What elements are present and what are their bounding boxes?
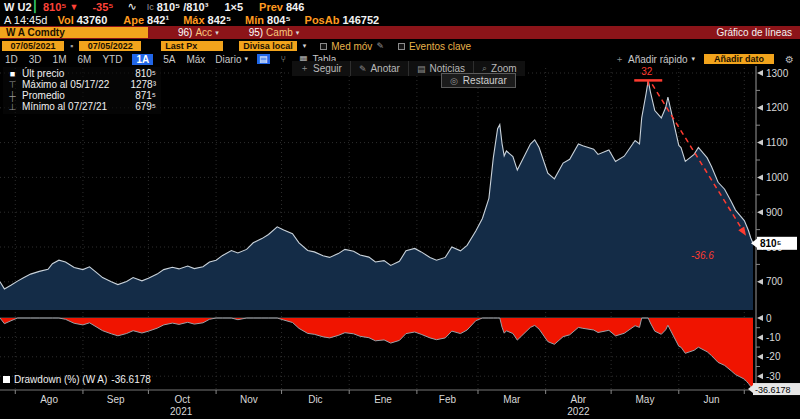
svg-text:-20: -20 — [766, 351, 781, 362]
down-arrow-icon: ▼ — [70, 2, 79, 12]
settings-gear-icon[interactable]: ⚙ — [785, 54, 794, 65]
bloomberg-terminal-screen: W U2 ▏ 810⁵ ▼ -35⁵ ∿ Ic 810⁵ /810³ 1×5 P… — [0, 0, 800, 419]
moving-average-label: Med móv — [331, 41, 372, 52]
period-button-5a[interactable]: 5A — [162, 54, 176, 65]
svg-text:-36.6178: -36.6178 — [755, 385, 791, 395]
chevron-down-icon[interactable]: ▾ — [303, 42, 307, 50]
period-button-max[interactable]: Máx — [185, 54, 206, 65]
drawdown-legend[interactable]: Drawdown (%) (W A) -36.6178 — [3, 374, 151, 385]
quote-condition-code: Ic — [147, 2, 154, 12]
frequency-label: Diario — [215, 54, 241, 65]
date-to-input[interactable]: 07/05/2022 — [79, 41, 141, 51]
svg-text:-30: -30 — [766, 371, 781, 382]
svg-text:Abr: Abr — [571, 394, 587, 405]
menu-bar: W A Comdty 96) Acc ▾ 95) Camb ▾ Gráfico … — [0, 26, 800, 39]
svg-text:May: May — [636, 394, 655, 405]
svg-text:1200: 1200 — [766, 102, 789, 113]
restore-label: Restaurar — [463, 75, 507, 86]
time-axis: AgoSepOctNovDicEneFebMarAbrMayJun2021202… — [0, 390, 800, 417]
svg-text:-10: -10 — [766, 332, 781, 343]
svg-text:Ago: Ago — [40, 394, 58, 405]
last-price: 810⁵ — [43, 1, 67, 13]
menu-item-number: 95) — [249, 27, 263, 38]
lot-size: 1×5 — [224, 1, 243, 13]
drawdown-value: -36.6178 — [111, 374, 150, 385]
legend-label: Mínimo al 07/27/21 — [22, 101, 107, 112]
restore-button[interactable]: ◎ Restaurar — [441, 73, 516, 88]
period-button-ytd[interactable]: YTD — [101, 54, 123, 65]
menu-item-label: Acc — [195, 27, 212, 38]
svg-text:Jun: Jun — [703, 394, 719, 405]
svg-text:Sep: Sep — [107, 394, 125, 405]
price-type-select[interactable]: Last Px — [161, 41, 223, 51]
svg-text:2022: 2022 — [567, 406, 590, 417]
open-value: 842¹ — [147, 14, 169, 26]
legend-item-min[interactable]: ⊥ Mínimo al 07/27/21 679⁵ — [7, 101, 156, 112]
series-marker-icon — [3, 376, 10, 383]
svg-text:810⁵: 810⁵ — [760, 238, 782, 249]
tick-indicator-icon: ▏ — [35, 0, 43, 13]
svg-text:Mar: Mar — [503, 394, 521, 405]
checkbox-icon — [398, 43, 405, 50]
high-value: 842⁵ — [208, 14, 232, 26]
prev-value: 846 — [286, 1, 304, 13]
low-value: 804⁵ — [267, 14, 291, 26]
chart-type-icon[interactable]: ▤ — [257, 54, 270, 64]
bid-ask: 810⁵ /810³ — [157, 1, 209, 13]
quote-line-1: W U2 ▏ 810⁵ ▼ -35⁵ ∿ Ic 810⁵ /810³ 1×5 P… — [4, 0, 800, 13]
key-events-label: Eventos clave — [409, 41, 471, 52]
svg-text:900: 900 — [766, 207, 783, 218]
date-from-input[interactable]: 07/05/2021 — [2, 41, 64, 51]
drawdown-label: Drawdown (%) (W A) — [14, 374, 107, 385]
high-label: Máx — [183, 14, 204, 26]
period-button-3d[interactable]: 3D — [28, 54, 43, 65]
add-data-button[interactable]: Añadir dato — [704, 54, 774, 64]
svg-text:32: 32 — [641, 66, 653, 77]
branch-icon[interactable]: ⑂ — [279, 54, 288, 64]
add-quick-label: Añadir rápido — [628, 54, 687, 65]
legend-value: 810⁵ — [135, 68, 156, 79]
legend-item-average[interactable]: ┼ Promedio 871⁵ — [7, 90, 156, 101]
legend-item-last-price[interactable]: ■ Últ precio 810⁵ — [7, 68, 156, 79]
chevron-down-icon: ▾ — [296, 29, 300, 37]
menu-item-number: 96) — [178, 27, 192, 38]
chevron-down-icon: ▾ — [244, 55, 248, 63]
menu-item-acc[interactable]: 96) Acc ▾ — [178, 27, 219, 38]
svg-text:Nov: Nov — [240, 394, 258, 405]
sparkline-icon[interactable]: ∿ — [128, 0, 137, 13]
prev-label: Prev — [259, 1, 283, 13]
svg-text:Feb: Feb — [439, 394, 457, 405]
period-button-1m[interactable]: 1M — [52, 54, 68, 65]
price-chart-canvas[interactable]: 70080090010001100120013000-10-20-30AgoSe… — [0, 64, 800, 419]
quote-header: W U2 ▏ 810⁵ ▼ -35⁵ ∿ Ic 810⁵ /810³ 1×5 P… — [0, 0, 800, 26]
ticker-symbol: W U2 — [4, 1, 32, 13]
menu-item-camb[interactable]: 95) Camb ▾ — [249, 27, 300, 38]
key-events-checkbox[interactable]: Eventos clave — [398, 41, 471, 52]
price-area-series — [0, 80, 753, 310]
volume-value: 43760 — [77, 14, 108, 26]
session-time: A 14:45d — [4, 14, 47, 26]
follow-label: Seguir — [313, 63, 342, 74]
currency-select[interactable]: Divisa local — [239, 41, 297, 51]
open-interest-label: PosAb — [305, 14, 340, 26]
svg-text:1000: 1000 — [766, 172, 789, 183]
svg-text:Ene: Ene — [374, 394, 392, 405]
period-button-1d[interactable]: 1D — [4, 54, 19, 65]
price-change: -35⁵ — [92, 1, 113, 13]
right-price-axis: 70080090010001100120013000-10-20-30 — [756, 66, 789, 394]
plus-icon: ＋ — [300, 62, 309, 75]
moving-average-checkbox[interactable]: Med móv ✎ — [320, 41, 384, 52]
follow-button[interactable]: ＋ Seguir — [292, 61, 350, 76]
period-button-6m[interactable]: 6M — [77, 54, 93, 65]
high-marker-icon: ⊤ — [7, 80, 18, 90]
pencil-icon[interactable]: ✎ — [376, 41, 384, 51]
frequency-select[interactable]: Diario ▾ — [215, 54, 248, 65]
period-button-1a[interactable]: 1A — [132, 54, 153, 65]
open-label: Ape — [123, 14, 144, 26]
average-marker-icon: ┼ — [7, 91, 18, 101]
security-input[interactable]: W A Comdty — [0, 27, 148, 38]
low-label: Mín — [245, 14, 264, 26]
svg-text:1300: 1300 — [766, 68, 789, 79]
legend-item-max[interactable]: ⊤ Máximo al 05/17/22 1278³ — [7, 79, 156, 90]
annotate-button[interactable]: ✎ Anotar — [350, 61, 408, 76]
